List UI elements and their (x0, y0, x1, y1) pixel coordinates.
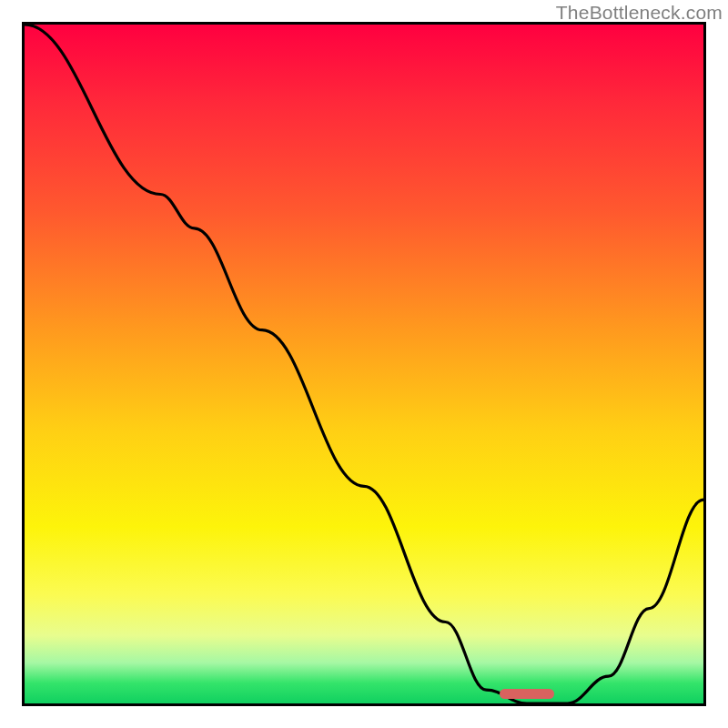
chart-frame: TheBottleneck.com (0, 0, 728, 728)
plot-area (22, 22, 706, 706)
optimum-marker (500, 689, 554, 699)
curve-path (25, 25, 703, 703)
curve-svg (25, 25, 703, 703)
watermark-text: TheBottleneck.com (556, 2, 723, 24)
